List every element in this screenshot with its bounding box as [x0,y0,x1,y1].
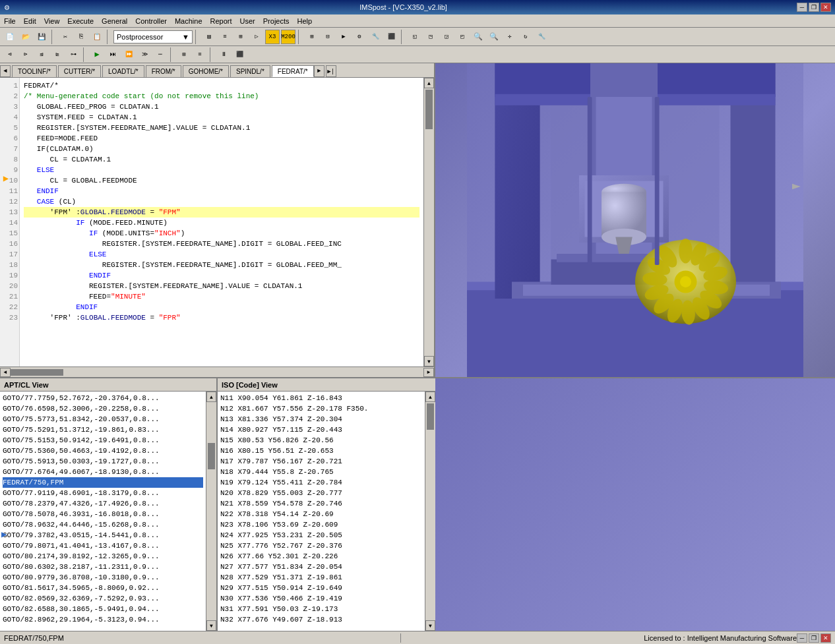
apt-scrollbar[interactable]: ▲ ▼ [206,392,216,631]
main-area: ◄ TOOLINF/* CUTTER/* LOADTL/* FROM/* GOH… [0,63,835,631]
tb2-btn-2[interactable]: ⊳ [18,47,33,62]
apt-item-16: GOTO/80.6302,38.2187,-11.2311,0.9... [3,562,203,572]
tb2-btn-9[interactable]: ≫ [137,47,152,62]
code-line-18: REGISTER.[SYSTEM.FEEDRATE_NAME].DIGIT = … [24,260,419,270]
apt-current-indicator: ▶ [1,529,7,540]
tb-btn-4[interactable]: ▷ [249,30,264,44]
copy-button[interactable]: ⎘ [74,30,88,44]
separator-3 [195,30,199,44]
rotate-button[interactable]: ↻ [518,30,533,44]
tab-nav-left[interactable]: ◄ [0,65,11,77]
tb2-btn-11[interactable]: ⊞ [177,47,191,62]
window-controls[interactable]: ─ ❐ ✕ [797,3,831,12]
menu-projects[interactable]: Projects [259,16,294,26]
code-line-3: GLOBAL.FEED_PROG = CLDATAN.1 [24,102,419,112]
tb-btn-1[interactable]: ▤ [202,30,216,44]
cut-button[interactable]: ✂ [58,30,73,44]
menu-help[interactable]: Help [294,16,317,26]
tab-fedrat[interactable]: FEDRAT/* [272,65,314,77]
tb-btn-7[interactable]: ▶ [336,30,351,44]
code-editor[interactable]: ▶ 1 2 3 4 5 6 7 8 9 10 11 [0,78,434,377]
svg-rect-41 [655,97,660,265]
apt-list[interactable]: GOTO/77.7759,52.7672,-20.3764,0.8... GOT… [0,392,206,626]
menu-user[interactable]: User [236,16,259,26]
iso-item-13: N24 X77.925 Y53.231 Z-20.505 [220,530,422,541]
iso-scrollbar[interactable]: ▲ ▼ [425,392,435,631]
code-content[interactable]: FEDRAT/* /* Menu-generated code start (d… [20,78,423,366]
menu-controller[interactable]: Controller [131,16,171,26]
status-restore[interactable]: ❐ [809,633,819,643]
tb-stop-button[interactable]: ⬛ [384,30,398,44]
zoom-out-button[interactable]: 🔍 [487,30,501,44]
menu-file[interactable]: File [0,16,20,26]
tab-loadtl[interactable]: LOADTL/* [102,65,144,77]
tab-spindl[interactable]: SPINDL/* [230,65,270,77]
view-btn-4[interactable]: ◰ [455,30,470,44]
close-button[interactable]: ✕ [820,3,831,12]
x3-button[interactable]: X3 [265,30,280,44]
save-button[interactable]: 💾 [34,30,49,44]
tool-button[interactable]: 🔧 [534,30,549,44]
tab-nav-right[interactable]: ► [314,65,325,77]
tb2-btn-3[interactable]: ⊴ [34,47,49,62]
step-button[interactable]: ⏭ [106,47,120,62]
m200-button[interactable]: M200 [281,30,295,44]
restore-button[interactable]: ❐ [809,3,819,12]
line-numbers: 1 2 3 4 5 6 7 8 9 10 11 12 13 14 [0,78,20,366]
view-btn-2[interactable]: ◳ [423,30,438,44]
menu-execute[interactable]: Execute [63,16,98,26]
tb2-btn-1[interactable]: ⊲ [3,47,17,62]
menu-general[interactable]: General [98,16,131,26]
zoom-in-button[interactable]: 🔍 [471,30,485,44]
tb-btn-2[interactable]: ≡ [218,30,232,44]
menu-edit[interactable]: Edit [20,16,40,26]
bottom-panels: APT/CL View ▶ GOTO/77.7759,52.7672,-20.3… [0,377,835,631]
iso-panel-header: ISO [Code] View [218,378,435,392]
iso-panel-content: N11 X90.054 Y61.861 Z-16.843 N12 X81.667… [218,392,435,631]
editor-hscrollbar[interactable]: ◄ ► [0,366,434,377]
menu-view[interactable]: View [40,16,64,26]
tab-gohome[interactable]: GOHOME/* [183,65,229,77]
view-btn-1[interactable]: ◱ [408,30,422,44]
statusbar-controls[interactable]: ─ ❐ ✕ [797,633,831,643]
stop2-button[interactable]: ⬛ [232,47,247,62]
tb2-btn-12[interactable]: ≡ [193,47,207,62]
tb2-btn-4[interactable]: ⊵ [50,47,65,62]
code-line-14: IF (MODE.FEED.MINUTE) [24,218,419,228]
pan-button[interactable]: ✛ [503,30,517,44]
menu-report[interactable]: Report [206,16,236,26]
run-button[interactable]: ⏩ [121,47,136,62]
apt-item-12: GOTO/78.9632,44.6446,-15.6268,0.8... [3,519,203,530]
minimize-button[interactable]: ─ [797,3,807,12]
tb-btn-6[interactable]: ⊟ [321,30,335,44]
mode-dropdown[interactable]: Postprocessor ▼ [113,30,193,44]
tab-from[interactable]: FROM/* [146,65,181,77]
iso-list[interactable]: N11 X90.054 Y61.861 Z-16.843 N12 X81.667… [218,392,425,631]
tab-cutter[interactable]: CUTTER/* [58,65,101,77]
tb2-btn-10[interactable]: ⋯ [153,47,168,62]
code-line-16: REGISTER.[SYSTEM.FEEDRATE_NAME].DIGIT = … [24,239,419,249]
dropdown-arrow: ▼ [182,33,189,41]
tab-toolinf[interactable]: TOOLINF/* [12,65,57,77]
editor-scrollbar[interactable]: ▲ ▼ [423,78,434,366]
status-close[interactable]: ✕ [820,633,831,643]
paste-button[interactable]: 📋 [90,30,104,44]
open-button[interactable]: 📂 [18,30,33,44]
tb-btn-9[interactable]: 🔧 [368,30,383,44]
status-minimize[interactable]: ─ [797,633,807,643]
tb2-btn-5[interactable]: ⊶ [66,47,80,62]
view-btn-3[interactable]: ◲ [439,30,454,44]
title-bar: ⚙ IMSpost - [VC-X350_v2.lib] ─ ❐ ✕ [0,0,835,15]
play-button[interactable]: ▶ [90,47,104,62]
tab-nav-end[interactable]: ▶| [326,65,336,77]
tb-btn-8[interactable]: ⚙ [352,30,367,44]
apt-item-10: GOTO/78.2379,47.4326,-17.4926,0.8... [3,498,203,509]
tb-btn-3[interactable]: ⊞ [233,30,248,44]
pause-button[interactable]: ⏸ [216,47,231,62]
menu-machine[interactable]: Machine [171,16,206,26]
status-divider [400,633,401,643]
separator-5 [401,30,405,44]
apt-item-8: FEDRAT/750,FPM [3,477,203,488]
new-button[interactable]: 📄 [3,30,17,44]
tb-btn-5[interactable]: ⊞ [305,30,319,44]
